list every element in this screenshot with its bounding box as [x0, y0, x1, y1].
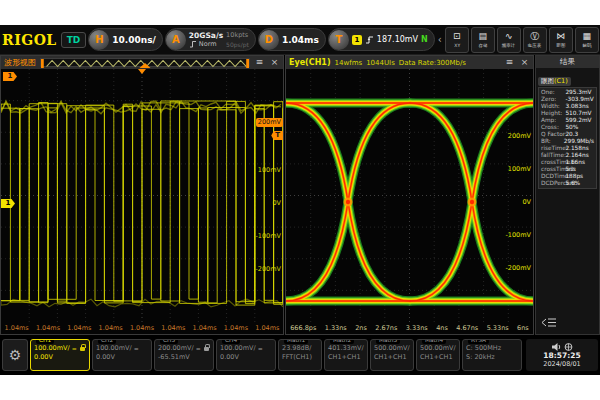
measurement-value: 599.2mV [565, 117, 591, 124]
math-block-math4[interactable]: Math4500.00mV/CH1+CH1 [416, 339, 460, 371]
channel-block-ch1[interactable]: CH1100.00mV/=0.00V [30, 339, 90, 371]
eye-diagram-button[interactable]: ⋈眼图 [549, 27, 573, 53]
trigger-position-icon[interactable] [138, 69, 146, 74]
xy-mode-button[interactable]: ⊡XY [445, 27, 469, 53]
eye-plot-area[interactable] [286, 69, 533, 322]
acquire-knob[interactable]: A [166, 30, 186, 50]
clock-block[interactable]: 18:57:25 2024/08/01 [526, 339, 598, 371]
x-axis-label: 3.33ns [406, 324, 428, 332]
window-menu-icon[interactable]: ≡ [254, 57, 265, 68]
channel-offset: -65.51mV [158, 353, 210, 362]
measurement-value: -303.9mV [565, 96, 593, 103]
sample-resolution: 50ps/pt [226, 40, 249, 49]
y-axis-label: 100mV [258, 166, 281, 174]
measurement-value: 20.3 [565, 131, 578, 138]
result-row: Cross:50% [541, 124, 594, 131]
result-row: BR:299.9Mb/s [541, 138, 594, 145]
lock-icon [204, 347, 209, 351]
measurement-label: DCDTime: [541, 173, 565, 180]
measurement-value: 3.083ns [565, 103, 588, 110]
sample-rate-group: 20GSa/s Norm [189, 31, 223, 49]
dc-coupling-icon: = [134, 344, 139, 353]
results-tab-label: 眼图 [541, 77, 554, 85]
horizontal-knob[interactable]: H [89, 30, 109, 50]
waveform-titlebar[interactable]: 波形视图 ≡ × [1, 56, 283, 69]
measurement-label: Q Factor: [541, 131, 565, 138]
x-axis-label: 1.04ms [193, 324, 217, 332]
channel-block-ch4[interactable]: CH4100.00mV/=0.00V [216, 339, 276, 371]
delay-value: 1.04ms [282, 35, 319, 45]
voltmeter-icon: Ⓥ [530, 31, 539, 42]
measurement-value: 1.66ns [565, 159, 585, 166]
y-axis-label: 200mV [508, 132, 531, 140]
measurement-label: DCDPercent: [541, 180, 565, 187]
acquisition-control[interactable]: A 20GSa/s Norm 10kpts 50ps/pt [165, 28, 256, 51]
measurement-value: 510.7mV [565, 110, 591, 117]
waveform-overview-strip[interactable] [40, 58, 250, 67]
math-scale: 401.33mV/ [328, 344, 364, 353]
results-sidebar: 结果 眼图(C1) One:295.3mVZero:-303.9mVWidth:… [535, 55, 600, 335]
toolbar-button-label: 解码 [582, 42, 591, 47]
result-row: Width:3.083ns [541, 103, 594, 110]
settings-gear-button[interactable]: ⚙ [2, 339, 28, 371]
trigger-control[interactable]: T 1 187.10mV N [328, 28, 435, 51]
voltmeter-button[interactable]: Ⓥ电压表 [523, 27, 547, 53]
toolbar-button-label: XY [454, 42, 460, 47]
delay-control[interactable]: D 1.04ms [258, 28, 326, 51]
window-close-icon[interactable]: × [519, 57, 530, 68]
channel-tab: CH1 [36, 339, 54, 344]
trigger-knob[interactable]: T [329, 30, 349, 50]
eye-wfms-count: 14wfms [335, 59, 363, 67]
channel-block-ch2[interactable]: CH2100.00mV/=0.00V [92, 339, 152, 371]
x-axis-label: 2ns [355, 324, 367, 332]
network-icon [564, 343, 573, 351]
counter-button[interactable]: ∿频率计 [497, 27, 521, 53]
waveform-plot-area[interactable] [1, 69, 283, 322]
trigger-source-badge: 1 [352, 35, 362, 45]
result-row: crossTime1:1.66ns [541, 159, 594, 166]
xy-mode-icon: ⊡ [453, 31, 461, 42]
toolbar-prev-icon[interactable]: ‹ [437, 34, 443, 45]
trigger-status-badge: TD [61, 32, 87, 48]
results-tab-eye[interactable]: 眼图(C1) [538, 77, 571, 86]
result-row: crossTime2:5ns [541, 166, 594, 173]
y-axis-label: -100mV [255, 232, 281, 240]
horizontal-scale-control[interactable]: H 10.00ns/ [88, 28, 163, 51]
memory-depth-group: 10kpts 50ps/pt [226, 31, 249, 49]
math-function: CH1+CH1 [328, 353, 364, 362]
channel-block-ch3[interactable]: CH3200.00mV/=-65.51mV [154, 339, 214, 371]
y-axis-label: -200mV [255, 265, 281, 273]
x-axis-label: 1.04ms [130, 324, 154, 332]
system-date: 2024/08/01 [543, 361, 580, 368]
measurement-label: Width: [541, 103, 565, 110]
decode-button[interactable]: ▦解码 [575, 27, 599, 53]
measurement-value: 2.158ns [565, 145, 588, 152]
eye-titlebar[interactable]: Eye(CH1) 14wfms 1044UIs Data Rate:300Mb/… [286, 56, 533, 69]
rising-edge-icon [365, 35, 374, 45]
rtsa-tab: RTSA [468, 339, 489, 344]
math-block-math3[interactable]: Math3500.00mV/CH1+CH1 [370, 339, 414, 371]
window-close-icon[interactable]: × [269, 57, 280, 68]
math-block-math1[interactable]: Math123.98dB/FFT(CH1) [278, 339, 322, 371]
math-block-math2[interactable]: Math2401.33mV/CH1+CH1 [324, 339, 368, 371]
math-tab: Math4 [422, 339, 446, 344]
math-blocks: Math123.98dB/FFT(CH1)Math2401.33mV/CH1+C… [278, 339, 460, 371]
delay-knob[interactable]: D [259, 30, 279, 50]
storage-icon: ▤ [479, 31, 488, 42]
measurement-label: fallTime: [541, 152, 565, 159]
system-time: 18:57:25 [543, 352, 580, 360]
scale-badge: 200mV [256, 118, 283, 127]
toolbar-button-label: 频率计 [502, 42, 516, 47]
window-menu-icon[interactable]: ≡ [504, 57, 515, 68]
dc-coupling-icon: = [258, 344, 263, 353]
y-axis-label: 0V [272, 199, 281, 207]
waveform-x-axis: 1.04ms1.04ms1.04ms1.04ms1.04ms1.04ms1.04… [1, 322, 283, 334]
measurement-label: Amp: [541, 117, 565, 124]
eye-title: Eye(CH1) [289, 58, 331, 67]
sidebar-menu-icon[interactable] [541, 317, 557, 328]
toolbar-button-label: 存储 [478, 42, 487, 47]
rtsa-block[interactable]: RTSA C: 500MHz S: 20kHz [462, 339, 522, 371]
storage-button[interactable]: ▤存储 [471, 27, 495, 53]
result-row: One:295.3mV [541, 89, 594, 96]
toolbar-button-label: 眼图 [556, 42, 565, 47]
